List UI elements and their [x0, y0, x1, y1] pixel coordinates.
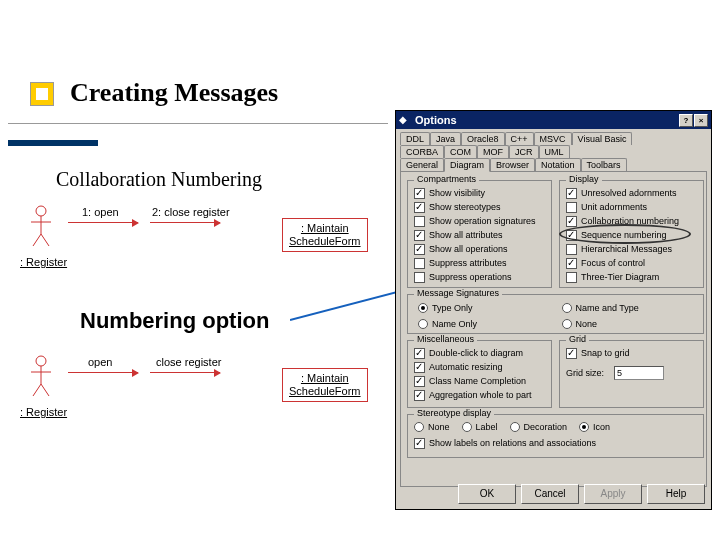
input-grid-size[interactable] — [614, 366, 664, 380]
help-button[interactable]: ? — [679, 114, 693, 127]
label-hier-messages: Hierarchical Messages — [581, 244, 672, 254]
svg-line-9 — [41, 384, 49, 396]
checkbox-collab-numbering[interactable] — [566, 216, 577, 227]
message-label-2: 2: close register — [152, 206, 230, 218]
radio-stereo-none[interactable] — [414, 422, 424, 432]
tab-cpp[interactable]: C++ — [505, 132, 534, 145]
tab-browser[interactable]: Browser — [490, 158, 535, 171]
checkbox-show-op-sigs[interactable] — [414, 216, 425, 227]
label-show-all-ops: Show all operations — [429, 244, 508, 254]
message-label-1: 1: open — [82, 206, 119, 218]
group-msg-sigs: Message Signatures Type Only Name and Ty… — [407, 294, 704, 334]
message-arrow-2 — [150, 222, 220, 223]
title-accent — [8, 140, 98, 146]
label-collab-numbering: Collaboration numbering — [581, 216, 679, 226]
checkbox-unit-adorn[interactable] — [566, 202, 577, 213]
label-unit-adorn: Unit adornments — [581, 202, 647, 212]
checkbox-agg-whole-part[interactable] — [414, 390, 425, 401]
ok-button[interactable]: OK — [458, 484, 516, 504]
object-box: : Maintain ScheduleForm — [282, 368, 368, 402]
radio-name-only[interactable] — [418, 319, 428, 329]
group-title-stereo: Stereotype display — [414, 408, 494, 418]
group-stereo: Stereotype display None Label Decoration… — [407, 414, 704, 458]
checkbox-snap-grid[interactable] — [566, 348, 577, 359]
tab-msvc[interactable]: MSVC — [534, 132, 572, 145]
radio-stereo-decoration[interactable] — [510, 422, 520, 432]
label-grid-size: Grid size: — [566, 368, 604, 378]
label-show-op-sigs: Show operation signatures — [429, 216, 536, 226]
checkbox-dblclick-diagram[interactable] — [414, 348, 425, 359]
checkbox-show-labels-rel[interactable] — [414, 438, 425, 449]
dialog-title: Options — [415, 114, 679, 126]
checkbox-hier-messages[interactable] — [566, 244, 577, 255]
tab-toolbars[interactable]: Toolbars — [581, 158, 627, 171]
title-rule — [8, 123, 388, 124]
checkbox-unresolved-adorn[interactable] — [566, 188, 577, 199]
checkbox-class-name-comp[interactable] — [414, 376, 425, 387]
checkbox-show-stereotypes[interactable] — [414, 202, 425, 213]
tab-general[interactable]: General — [400, 158, 444, 171]
checkbox-show-all-attrs[interactable] — [414, 230, 425, 241]
checkbox-show-all-ops[interactable] — [414, 244, 425, 255]
message-arrow-2 — [150, 372, 220, 373]
close-button[interactable]: × — [694, 114, 708, 127]
label-show-visibility: Show visibility — [429, 188, 485, 198]
tab-com[interactable]: COM — [444, 145, 477, 158]
radio-none-sig[interactable] — [562, 319, 572, 329]
app-icon: ◆ — [399, 114, 411, 126]
actor-icon — [28, 354, 54, 398]
tab-vb[interactable]: Visual Basic — [572, 132, 633, 145]
tab-panel-diagram: Compartments Show visibility Show stereo… — [400, 171, 707, 487]
radio-name-and-type[interactable] — [562, 303, 572, 313]
tab-oracle8[interactable]: Oracle8 — [461, 132, 505, 145]
svg-line-8 — [33, 384, 41, 396]
tab-jcr[interactable]: JCR — [509, 145, 539, 158]
tab-mof[interactable]: MOF — [477, 145, 509, 158]
options-dialog: ◆ Options ? × DDL Java Oracle8 C++ MSVC … — [395, 110, 712, 510]
actor-label: : Register — [20, 256, 67, 268]
checkbox-auto-resize[interactable] — [414, 362, 425, 373]
tab-uml[interactable]: UML — [539, 145, 570, 158]
label-none-sig: None — [576, 319, 598, 329]
dialog-titlebar[interactable]: ◆ Options ? × — [396, 111, 711, 129]
checkbox-seq-numbering[interactable] — [566, 230, 577, 241]
label-name-and-type: Name and Type — [576, 303, 639, 313]
label-snap-grid: Snap to grid — [581, 348, 630, 358]
svg-line-3 — [33, 234, 41, 246]
label-seq-numbering: Sequence numbering — [581, 230, 667, 240]
tab-diagram[interactable]: Diagram — [444, 158, 490, 172]
label-suppress-attrs: Suppress attributes — [429, 258, 507, 268]
checkbox-suppress-attrs[interactable] — [414, 258, 425, 269]
label-class-name-comp: Class Name Completion — [429, 376, 526, 386]
radio-type-only[interactable] — [418, 303, 428, 313]
checkbox-focus-control[interactable] — [566, 258, 577, 269]
help-button-dialog[interactable]: Help — [647, 484, 705, 504]
radio-stereo-label[interactable] — [462, 422, 472, 432]
title-bullet — [30, 82, 54, 106]
object-line2: ScheduleForm — [289, 385, 361, 397]
group-title-grid: Grid — [566, 334, 589, 344]
group-title-msg-sigs: Message Signatures — [414, 288, 502, 298]
label-unresolved-adorn: Unresolved adornments — [581, 188, 677, 198]
group-compartments: Compartments Show visibility Show stereo… — [407, 180, 552, 288]
tab-java[interactable]: Java — [430, 132, 461, 145]
uml-diagram-unnumbered: : Register open close register : Maintai… — [20, 350, 390, 440]
apply-button[interactable]: Apply — [584, 484, 642, 504]
label-name-only: Name Only — [432, 319, 477, 329]
dialog-button-row: OK Cancel Apply Help — [458, 484, 705, 504]
label-auto-resize: Automatic resizing — [429, 362, 503, 372]
actor-label: : Register — [20, 406, 67, 418]
checkbox-show-visibility[interactable] — [414, 188, 425, 199]
tab-notation[interactable]: Notation — [535, 158, 581, 171]
cancel-button[interactable]: Cancel — [521, 484, 579, 504]
svg-point-5 — [36, 356, 46, 366]
tab-corba[interactable]: CORBA — [400, 145, 444, 158]
label-stereo-decoration: Decoration — [524, 422, 568, 432]
tab-ddl[interactable]: DDL — [400, 132, 430, 145]
label-stereo-none: None — [428, 422, 450, 432]
tab-row-1: DDL Java Oracle8 C++ MSVC Visual Basic — [396, 129, 711, 145]
group-title-compartments: Compartments — [414, 174, 479, 184]
checkbox-three-tier[interactable] — [566, 272, 577, 283]
radio-stereo-icon[interactable] — [579, 422, 589, 432]
checkbox-suppress-ops[interactable] — [414, 272, 425, 283]
